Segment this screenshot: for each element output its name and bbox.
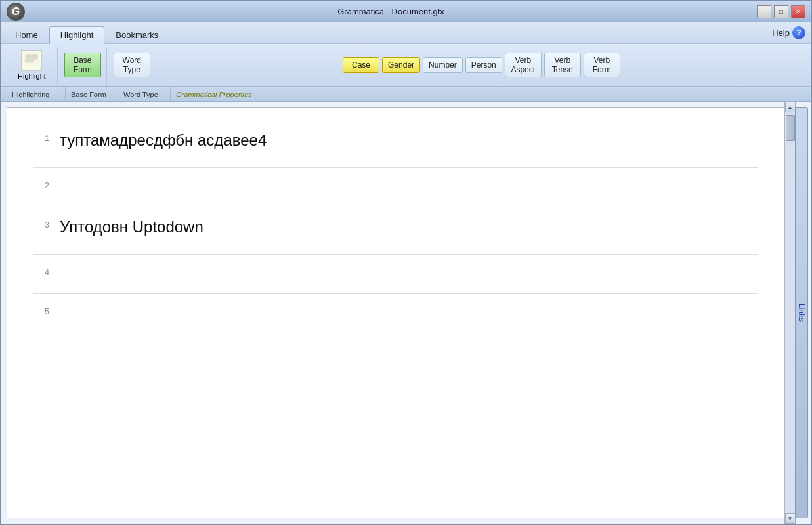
highlighting-group-label: Highlighting bbox=[7, 87, 66, 101]
svg-rect-2 bbox=[26, 60, 33, 62]
table-row: 1 туптамадресдфбн асдавее4 bbox=[33, 121, 758, 168]
help-label: Help bbox=[772, 28, 790, 38]
verb-aspect-line2: Aspect bbox=[511, 65, 535, 74]
person-label: Person bbox=[471, 60, 496, 70]
svg-rect-0 bbox=[26, 55, 37, 57]
line-number-4: 4 bbox=[33, 265, 49, 277]
grammatical-buttons: Case Gender Number Person Verb Aspect Ve… bbox=[343, 47, 620, 83]
help-icon: ? bbox=[792, 26, 805, 39]
line-text-1: туптамадресдфбн асдавее4 bbox=[60, 131, 267, 150]
word-type-group-label: Word Type bbox=[118, 87, 171, 101]
verb-form-button[interactable]: Verb Form bbox=[584, 52, 620, 78]
case-label: Case bbox=[352, 60, 370, 70]
scroll-thumb[interactable] bbox=[786, 115, 795, 141]
verb-tense-line2: Tense bbox=[552, 65, 573, 74]
gender-button[interactable]: Gender bbox=[382, 57, 420, 73]
table-row: 4 bbox=[33, 255, 758, 294]
verb-tense-line1: Verb bbox=[554, 56, 570, 65]
gender-label: Gender bbox=[388, 60, 414, 70]
svg-rect-1 bbox=[26, 58, 37, 60]
help-button[interactable]: Help ? bbox=[767, 24, 811, 42]
line-number-1: 1 bbox=[33, 131, 49, 143]
line-text-3: Уптодовн Uptodown bbox=[60, 218, 203, 236]
highlighting-group: Highlight bbox=[7, 47, 58, 86]
tab-home[interactable]: Home bbox=[4, 26, 49, 43]
line-number-5: 5 bbox=[33, 304, 49, 316]
word-type-line2: Type bbox=[123, 65, 140, 74]
verb-form-line1: Verb bbox=[593, 56, 610, 65]
menu-bar: Home Highlight Bookmarks bbox=[1, 22, 767, 43]
tab-highlight[interactable]: Highlight bbox=[49, 26, 105, 45]
table-row: 3 Уптодовн Uptodown bbox=[33, 207, 758, 255]
title-bar: G Grammatica - Document.gtx – □ ✕ bbox=[1, 1, 811, 22]
maximize-button[interactable]: □ bbox=[774, 5, 788, 18]
base-form-group-label: Base Form bbox=[66, 87, 118, 101]
document-area[interactable]: 1 туптамадресдфбн асдавее4 2 3 Уптодовн … bbox=[7, 107, 784, 518]
verb-aspect-button[interactable]: Verb Aspect bbox=[505, 52, 542, 78]
grammatical-props-label: Grammatical Properties bbox=[171, 87, 257, 101]
case-button[interactable]: Case bbox=[343, 57, 379, 73]
word-type-line1: Word bbox=[123, 56, 141, 65]
highlighting-buttons: Highlight bbox=[12, 47, 52, 83]
table-row: 2 bbox=[33, 168, 758, 207]
app-logo: G bbox=[7, 3, 25, 21]
highlight-button[interactable]: Highlight bbox=[12, 47, 52, 83]
window-title: Grammatica - Document.gtx bbox=[25, 7, 757, 16]
highlight-button-label: Highlight bbox=[18, 72, 46, 80]
base-form-button[interactable]: Base Form bbox=[64, 52, 101, 78]
word-type-button[interactable]: Word Type bbox=[114, 52, 150, 78]
main-area: 1 туптамадресдфбн асдавее4 2 3 Уптодовн … bbox=[1, 102, 811, 524]
verb-aspect-line1: Verb bbox=[515, 56, 531, 65]
links-tab[interactable]: Links bbox=[795, 107, 808, 518]
scroll-up-button[interactable]: ▲ bbox=[785, 102, 796, 112]
document-content: 1 туптамадресдфбн асдавее4 2 3 Уптодовн … bbox=[7, 108, 784, 438]
base-form-line2: Form bbox=[74, 65, 92, 74]
window-controls: – □ ✕ bbox=[757, 5, 805, 18]
ribbon-labels: Highlighting Base Form Word Type Grammat… bbox=[1, 87, 811, 102]
minimize-button[interactable]: – bbox=[757, 5, 771, 18]
base-form-line1: Base bbox=[74, 56, 91, 65]
word-type-buttons: Word Type bbox=[114, 47, 150, 83]
table-row: 5 bbox=[33, 294, 758, 425]
links-tab-label: Links bbox=[797, 303, 806, 322]
line-number-2: 2 bbox=[33, 178, 49, 190]
highlight-icon bbox=[21, 50, 42, 71]
base-form-buttons: Base Form bbox=[64, 47, 101, 83]
vertical-scrollbar[interactable]: ▲ ▼ bbox=[784, 102, 795, 524]
grammatical-props-group: Case Gender Number Person Verb Aspect Ve… bbox=[158, 47, 805, 86]
number-label: Number bbox=[429, 60, 457, 70]
verb-form-line2: Form bbox=[593, 65, 611, 74]
close-button[interactable]: ✕ bbox=[791, 5, 805, 18]
number-button[interactable]: Number bbox=[423, 57, 463, 73]
tab-bookmarks[interactable]: Bookmarks bbox=[104, 26, 169, 43]
base-form-group: Base Form bbox=[59, 47, 107, 86]
scroll-track[interactable] bbox=[785, 112, 795, 513]
scroll-down-button[interactable]: ▼ bbox=[785, 513, 796, 524]
line-number-3: 3 bbox=[33, 218, 49, 230]
verb-tense-button[interactable]: Verb Tense bbox=[544, 52, 581, 78]
ribbon: Highlight Base Form Word Type bbox=[1, 44, 811, 87]
person-button[interactable]: Person bbox=[465, 57, 502, 73]
word-type-group: Word Type bbox=[108, 47, 156, 86]
main-window: G Grammatica - Document.gtx – □ ✕ Home H… bbox=[0, 0, 812, 525]
